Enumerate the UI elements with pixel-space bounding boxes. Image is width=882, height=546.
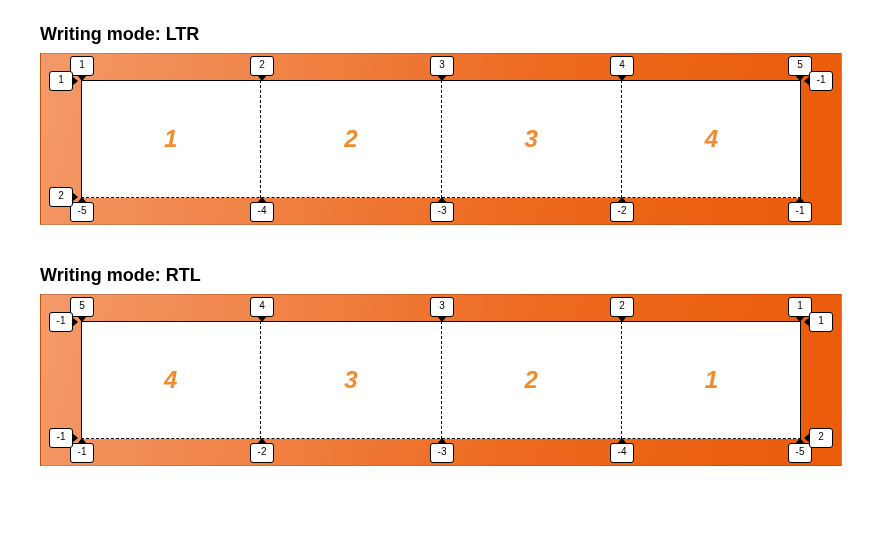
rtl-cell-2: 3 — [260, 321, 440, 439]
rtl-col-bot-4: -4 — [610, 443, 634, 463]
ltr-cells: 1 2 3 4 — [81, 80, 801, 198]
rtl-grid: 4 3 2 1 5 4 3 2 1 -1 -2 -3 -4 -5 -1 -1 1… — [40, 294, 842, 466]
rtl-cell-1: 4 — [81, 321, 260, 439]
ltr-col-line-5 — [800, 80, 801, 198]
ltr-row-right-neg1: -1 — [809, 71, 833, 91]
ltr-row-left-2: 2 — [49, 187, 73, 207]
rtl-cells: 4 3 2 1 — [81, 321, 801, 439]
ltr-col-bot-1: -5 — [70, 202, 94, 222]
rtl-cell-4: 1 — [621, 321, 801, 439]
rtl-col-line-R — [800, 321, 801, 439]
rtl-row-right-top: 1 — [809, 312, 833, 332]
ltr-row-left-1: 1 — [49, 71, 73, 91]
ltr-col-bot-4: -2 — [610, 202, 634, 222]
ltr-col-bot-3: -3 — [430, 202, 454, 222]
ltr-col-top-3: 3 — [430, 56, 454, 76]
rtl-col-bot-1: -1 — [70, 443, 94, 463]
rtl-row-right-bottom: 2 — [809, 428, 833, 448]
rtl-col-top-4: 2 — [610, 297, 634, 317]
ltr-cell-1: 1 — [81, 80, 260, 198]
ltr-cell-4: 4 — [621, 80, 801, 198]
rtl-col-line-L — [81, 321, 82, 439]
rtl-row-left-bottom: -1 — [49, 428, 73, 448]
rtl-row-left-top: -1 — [49, 312, 73, 332]
ltr-col-top-4: 4 — [610, 56, 634, 76]
ltr-col-line-1 — [81, 80, 82, 198]
ltr-title: Writing mode: LTR — [40, 24, 842, 45]
ltr-col-bot-2: -4 — [250, 202, 274, 222]
ltr-col-top-1: 1 — [70, 56, 94, 76]
ltr-col-top-2: 2 — [250, 56, 274, 76]
rtl-col-top-3: 3 — [430, 297, 454, 317]
ltr-cell-2: 2 — [260, 80, 440, 198]
ltr-grid: 1 2 3 4 1 2 3 4 5 -5 -4 -3 -2 -1 1 2 -1 — [40, 53, 842, 225]
ltr-cell-3: 3 — [441, 80, 621, 198]
rtl-block: Writing mode: RTL 4 3 2 1 5 4 3 2 1 -1 -… — [40, 265, 842, 466]
rtl-col-top-1: 5 — [70, 297, 94, 317]
rtl-col-top-2: 4 — [250, 297, 274, 317]
rtl-cell-3: 2 — [441, 321, 621, 439]
ltr-col-bot-5: -1 — [788, 202, 812, 222]
rtl-col-bot-2: -2 — [250, 443, 274, 463]
ltr-block: Writing mode: LTR 1 2 3 4 1 2 3 4 5 -5 -… — [40, 24, 842, 225]
rtl-col-bot-3: -3 — [430, 443, 454, 463]
rtl-title: Writing mode: RTL — [40, 265, 842, 286]
